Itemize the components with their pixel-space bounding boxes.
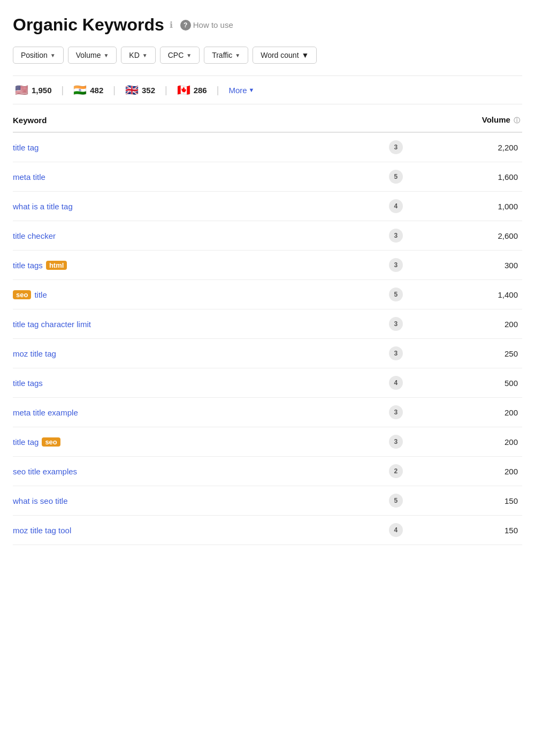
- table-row: meta title example3200: [13, 398, 522, 427]
- keyword-link[interactable]: title tags html: [13, 261, 365, 270]
- table-row: seo title examples2200: [13, 457, 522, 486]
- filter-bar: Position ▼ Volume ▼ KD ▼ CPC ▼ Traffic ▼…: [13, 47, 522, 64]
- chevron-down-icon: ▼: [249, 87, 255, 93]
- chevron-icon: ▼: [50, 52, 56, 58]
- keyword-text: title tags: [13, 261, 43, 270]
- keyword-volume: 1,000: [426, 192, 522, 221]
- keywords-table: Keyword Volume ⓘ title tag32,200meta tit…: [13, 109, 522, 545]
- divider: |: [165, 85, 167, 96]
- how-to-use-label: How to use: [193, 20, 233, 29]
- how-to-use-link[interactable]: ? How to use: [180, 20, 233, 31]
- keyword-text: title tag character limit: [13, 320, 91, 329]
- keyword-link[interactable]: what is seo title: [13, 496, 365, 505]
- chevron-icon: ▼: [142, 52, 148, 58]
- flag-us: 🇺🇸: [15, 84, 28, 96]
- keyword-text: meta title: [13, 172, 45, 182]
- count-gb: 352: [142, 86, 155, 95]
- info-icon[interactable]: ℹ: [170, 20, 173, 30]
- count-in: 482: [90, 86, 103, 95]
- count-us: 1,950: [32, 86, 52, 95]
- keyword-text: title tags: [13, 379, 43, 388]
- keyword-badge: 4: [389, 376, 403, 390]
- keyword-badge: 2: [389, 464, 403, 478]
- col-header-badge: [369, 109, 426, 132]
- filter-cpc-label: CPC: [168, 51, 184, 59]
- keyword-link[interactable]: seo title: [13, 290, 365, 299]
- more-countries-button[interactable]: More ▼: [228, 86, 254, 95]
- keyword-link[interactable]: moz title tag: [13, 349, 365, 358]
- filter-traffic-label: Traffic: [212, 51, 232, 59]
- country-gb[interactable]: 🇬🇧 352: [125, 84, 155, 96]
- keyword-link[interactable]: title tags: [13, 379, 365, 388]
- keyword-link[interactable]: meta title: [13, 172, 365, 182]
- count-ca: 286: [194, 86, 207, 95]
- filter-word-count[interactable]: Word count ▼: [253, 47, 317, 64]
- keyword-link[interactable]: seo title examples: [13, 467, 365, 476]
- keyword-link[interactable]: what is a title tag: [13, 202, 365, 211]
- filter-kd[interactable]: KD ▼: [121, 47, 155, 64]
- table-row: moz title tag3250: [13, 339, 522, 368]
- divider: |: [62, 85, 64, 96]
- keyword-link[interactable]: moz title tag tool: [13, 526, 365, 535]
- table-row: title tags html3300: [13, 251, 522, 280]
- table-row: title tag seo3200: [13, 427, 522, 457]
- keyword-volume: 200: [426, 398, 522, 427]
- keyword-text: what is a title tag: [13, 202, 73, 211]
- keyword-volume: 500: [426, 368, 522, 398]
- keyword-badge: 3: [389, 435, 403, 449]
- flag-gb: 🇬🇧: [125, 84, 139, 96]
- filter-volume-label: Volume: [76, 51, 101, 59]
- keyword-volume: 200: [426, 427, 522, 457]
- col-header-volume: Volume ⓘ: [426, 109, 522, 132]
- chevron-icon: ▼: [302, 51, 309, 59]
- page-header: Organic Keywords ℹ ? How to use: [13, 15, 522, 35]
- country-row: 🇺🇸 1,950 | 🇮🇳 482 | 🇬🇧 352 | 🇨🇦 286 | Mo…: [13, 75, 522, 104]
- country-in[interactable]: 🇮🇳 482: [73, 84, 103, 96]
- filter-kd-label: KD: [129, 51, 139, 59]
- table-row: title tag32,200: [13, 132, 522, 162]
- keyword-text: title tag: [13, 437, 39, 447]
- table-row: meta title51,600: [13, 162, 522, 192]
- filter-position-label: Position: [21, 51, 48, 59]
- keyword-badge: 3: [389, 346, 403, 360]
- keyword-badge: 3: [389, 317, 403, 331]
- more-label: More: [228, 86, 247, 95]
- keyword-volume: 2,600: [426, 221, 522, 251]
- keyword-link[interactable]: title tag seo: [13, 437, 365, 447]
- divider: |: [217, 85, 219, 96]
- keyword-text: title: [34, 290, 47, 299]
- keyword-link[interactable]: title tag character limit: [13, 320, 365, 329]
- keyword-highlight-tag: seo: [13, 290, 31, 299]
- filter-traffic[interactable]: Traffic ▼: [204, 47, 248, 64]
- keyword-link[interactable]: title checker: [13, 231, 365, 240]
- keyword-text: what is seo title: [13, 496, 68, 505]
- table-row: title tags4500: [13, 368, 522, 398]
- keyword-link[interactable]: meta title example: [13, 408, 365, 417]
- filter-position[interactable]: Position ▼: [13, 47, 64, 64]
- keyword-highlight-tag: seo: [42, 437, 60, 447]
- country-us[interactable]: 🇺🇸 1,950: [15, 84, 52, 96]
- keyword-volume: 150: [426, 486, 522, 516]
- chevron-icon: ▼: [186, 52, 192, 58]
- keyword-volume: 250: [426, 339, 522, 368]
- keyword-highlight-tag: html: [46, 261, 67, 270]
- filter-volume[interactable]: Volume ▼: [68, 47, 117, 64]
- table-row: title tag character limit3200: [13, 309, 522, 339]
- keyword-text: moz title tag tool: [13, 526, 71, 535]
- keyword-volume: 2,200: [426, 132, 522, 162]
- keyword-link[interactable]: title tag: [13, 143, 365, 152]
- page-title: Organic Keywords: [13, 15, 164, 35]
- table-row: title checker32,600: [13, 221, 522, 251]
- filter-cpc[interactable]: CPC ▼: [160, 47, 200, 64]
- flag-ca: 🇨🇦: [177, 84, 190, 96]
- keyword-text: title tag: [13, 143, 39, 152]
- keyword-badge: 4: [389, 523, 403, 537]
- keyword-badge: 5: [389, 170, 403, 184]
- flag-in: 🇮🇳: [73, 84, 87, 96]
- question-icon: ?: [180, 20, 191, 31]
- volume-info-icon[interactable]: ⓘ: [514, 117, 520, 124]
- keyword-volume: 150: [426, 516, 522, 545]
- keyword-text: meta title example: [13, 408, 78, 417]
- country-ca[interactable]: 🇨🇦 286: [177, 84, 207, 96]
- keyword-badge: 5: [389, 288, 403, 301]
